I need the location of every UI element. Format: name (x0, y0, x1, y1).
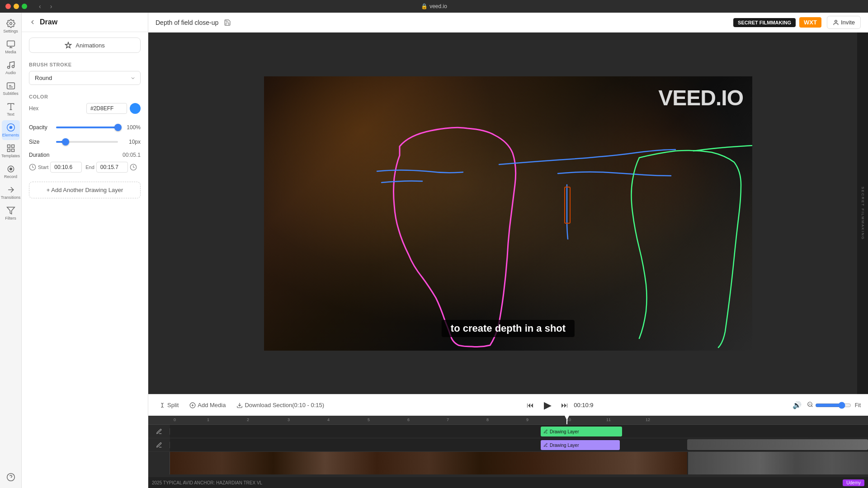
track-drawing-2: Drawing Layer (148, 438, 868, 452)
browser-nav: ‹ › (36, 2, 55, 11)
sidebar-label-subtitles: Subtitles (3, 91, 19, 96)
secret-filmmaking-badge: SECRET FILMMAKING (733, 18, 796, 27)
text-icon (6, 102, 15, 111)
templates-icon (6, 144, 15, 153)
hex-input[interactable] (86, 103, 127, 114)
back-browser-btn[interactable]: ‹ (36, 2, 44, 11)
start-time-field: Start (29, 162, 82, 173)
ruler-mark-8: 8 (486, 418, 489, 422)
color-section: Color Hex (29, 92, 141, 117)
main-area: Depth of field close-up SECRET FILMMAKIN… (148, 13, 868, 488)
svg-point-20 (835, 20, 837, 22)
color-section-label: Color (29, 94, 141, 99)
invite-button[interactable]: Invite (827, 16, 861, 29)
close-dot[interactable] (5, 4, 11, 9)
fast-forward-button[interactable]: ⏭ (561, 401, 568, 409)
project-title: Depth of field close-up (156, 19, 218, 26)
help-icon (6, 473, 15, 482)
brush-stroke-dropdown[interactable]: Round (29, 71, 141, 85)
svg-rect-10 (11, 145, 14, 148)
second-filmstrip (687, 452, 868, 474)
maximize-dot[interactable] (22, 4, 27, 9)
end-time-field: End (85, 162, 137, 173)
right-edge-text: SECRET FILMMAKING (861, 187, 865, 240)
track-content-2[interactable]: Drawing Layer (170, 438, 868, 451)
scene-overlay (264, 76, 752, 351)
draw-panel: Draw Animations Brush Stroke Round Color… (22, 13, 148, 488)
ruler-mark-9: 9 (526, 418, 528, 422)
duration-label: Duration (29, 152, 49, 158)
duration-header: Duration 00:05.1 (29, 152, 141, 158)
icon-sidebar: Settings Media Audio Subtitles Text Elem… (0, 13, 22, 488)
left-controls: Split Add Media Download Section(0:10 - … (156, 400, 328, 410)
minimize-dot[interactable] (14, 4, 19, 9)
track-content-1[interactable]: Drawing Layer (170, 425, 868, 438)
hex-label: Hex (29, 105, 38, 112)
sidebar-item-text[interactable]: Text (2, 99, 20, 119)
filmstrip-content[interactable] (170, 452, 868, 474)
timeline-tracks: Drawing Layer Drawing Layer (148, 425, 868, 477)
sidebar-item-templates[interactable]: Templates (2, 141, 20, 161)
ruler-mark-6: 6 (407, 418, 410, 422)
subtitles-icon (6, 81, 15, 90)
split-button[interactable]: Split (156, 400, 182, 410)
sidebar-label-settings: Settings (3, 29, 18, 33)
download-section-button[interactable]: Download Section(0:10 - 0:15) (233, 400, 328, 410)
back-button[interactable] (29, 19, 36, 26)
duration-section: Duration 00:05.1 Start End (29, 152, 141, 173)
rewind-button[interactable]: ⏮ (527, 401, 534, 409)
add-media-button[interactable]: Add Media (186, 400, 229, 410)
play-button[interactable]: ▶ (539, 397, 556, 413)
start-time-input[interactable] (50, 162, 82, 173)
svg-point-14 (9, 168, 12, 170)
split-icon (159, 402, 165, 408)
zoom-fit-label: Fit (855, 402, 861, 408)
forward-browser-btn[interactable]: › (47, 2, 55, 11)
zoom-out-button[interactable] (807, 401, 813, 409)
size-slider-wrap[interactable] (56, 137, 118, 146)
volume-button[interactable]: 🔊 (793, 401, 802, 409)
start-end-row: Start End (29, 162, 141, 173)
color-row: Hex (29, 103, 141, 114)
opacity-track (56, 127, 118, 128)
end-label: End (85, 164, 94, 170)
start-clock-icon (29, 164, 36, 171)
add-layer-button[interactable]: + Add Another Drawing Layer (29, 182, 141, 198)
sidebar-item-subtitles[interactable]: Subtitles (2, 79, 20, 99)
opacity-slider-wrap[interactable] (56, 123, 118, 132)
transitions-icon (6, 185, 15, 194)
svg-marker-15 (7, 207, 14, 214)
sparkle-icon (65, 42, 72, 49)
save-icon[interactable] (224, 19, 231, 26)
animations-button[interactable]: Animations (29, 38, 141, 53)
zoom-slider[interactable] (815, 402, 851, 409)
opacity-thumb[interactable] (114, 124, 122, 131)
ruler-mark-11: 11 (606, 418, 611, 422)
sidebar-item-audio[interactable]: Audio (2, 58, 20, 78)
sidebar-item-help[interactable] (2, 470, 20, 484)
media-clip-right (687, 439, 868, 450)
opacity-row: Opacity 100% (29, 123, 141, 132)
sidebar-label-media: Media (5, 50, 16, 54)
sidebar-item-record[interactable]: Record (2, 162, 20, 182)
subtitle-bar: to create depth in a shot (442, 320, 575, 337)
sidebar-item-filters[interactable]: Filters (2, 203, 20, 223)
brush-stroke-section-label: Brush Stroke (29, 62, 141, 67)
add-media-icon (189, 402, 196, 408)
ruler-mark-7: 7 (447, 418, 449, 422)
browser-title: 🔒 veed.io (421, 3, 447, 9)
sidebar-item-transitions[interactable]: Transitions (2, 183, 20, 202)
brand-logo: SECRET FILMMAKING WXT (733, 17, 821, 28)
invite-icon (833, 19, 839, 26)
size-thumb[interactable] (62, 138, 69, 145)
svg-point-2 (7, 66, 9, 69)
end-time-input[interactable] (96, 162, 128, 173)
sidebar-item-elements[interactable]: Elements (2, 120, 20, 140)
sidebar-item-settings[interactable]: Settings (2, 16, 20, 36)
ruler-mark-12: 12 (646, 418, 650, 422)
timeline-ruler: 0 1 2 3 4 5 6 7 8 9 10 11 12 (148, 416, 868, 425)
svg-rect-9 (7, 145, 10, 148)
timeline-area: 0 1 2 3 4 5 6 7 8 9 10 11 12 (148, 416, 868, 488)
color-swatch[interactable] (130, 103, 141, 114)
sidebar-item-media[interactable]: Media (2, 37, 20, 57)
